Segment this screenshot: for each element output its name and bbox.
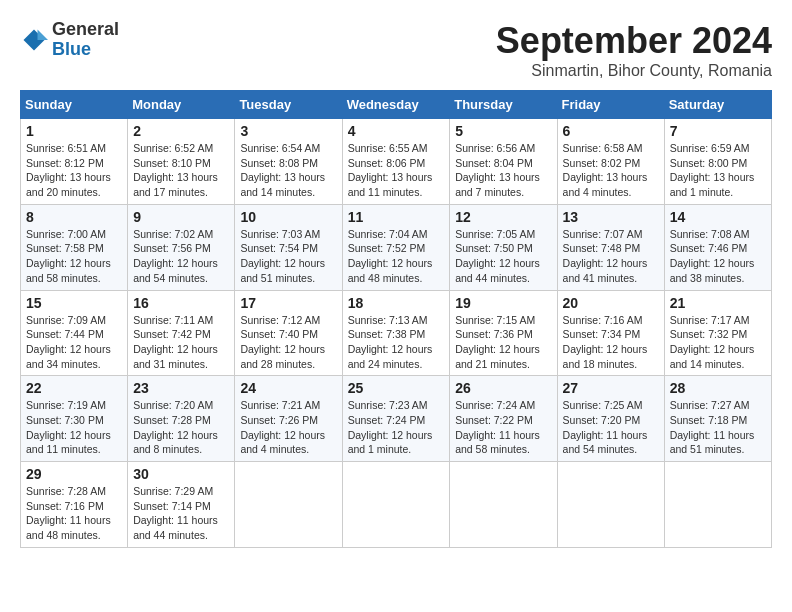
calendar-day-cell: 17Sunrise: 7:12 AMSunset: 7:40 PMDayligh… bbox=[235, 290, 342, 376]
day-number: 7 bbox=[670, 123, 766, 139]
day-number: 2 bbox=[133, 123, 229, 139]
day-info: Sunrise: 7:11 AMSunset: 7:42 PMDaylight:… bbox=[133, 313, 229, 372]
calendar-day-cell: 21Sunrise: 7:17 AMSunset: 7:32 PMDayligh… bbox=[664, 290, 771, 376]
day-number: 13 bbox=[563, 209, 659, 225]
day-number: 24 bbox=[240, 380, 336, 396]
calendar-weekday-header: Wednesday bbox=[342, 91, 450, 119]
day-number: 14 bbox=[670, 209, 766, 225]
calendar-day-cell: 16Sunrise: 7:11 AMSunset: 7:42 PMDayligh… bbox=[128, 290, 235, 376]
day-number: 27 bbox=[563, 380, 659, 396]
day-info: Sunrise: 6:56 AMSunset: 8:04 PMDaylight:… bbox=[455, 141, 551, 200]
calendar-day-cell: 12Sunrise: 7:05 AMSunset: 7:50 PMDayligh… bbox=[450, 204, 557, 290]
calendar-day-cell: 9Sunrise: 7:02 AMSunset: 7:56 PMDaylight… bbox=[128, 204, 235, 290]
day-info: Sunrise: 7:12 AMSunset: 7:40 PMDaylight:… bbox=[240, 313, 336, 372]
logo-blue-text: Blue bbox=[52, 39, 91, 59]
calendar-weekday-header: Sunday bbox=[21, 91, 128, 119]
day-info: Sunrise: 7:17 AMSunset: 7:32 PMDaylight:… bbox=[670, 313, 766, 372]
day-number: 18 bbox=[348, 295, 445, 311]
day-info: Sunrise: 7:20 AMSunset: 7:28 PMDaylight:… bbox=[133, 398, 229, 457]
day-info: Sunrise: 6:59 AMSunset: 8:00 PMDaylight:… bbox=[670, 141, 766, 200]
day-info: Sunrise: 7:21 AMSunset: 7:26 PMDaylight:… bbox=[240, 398, 336, 457]
calendar-body: 1Sunrise: 6:51 AMSunset: 8:12 PMDaylight… bbox=[21, 119, 772, 548]
day-number: 8 bbox=[26, 209, 122, 225]
day-number: 11 bbox=[348, 209, 445, 225]
day-info: Sunrise: 7:07 AMSunset: 7:48 PMDaylight:… bbox=[563, 227, 659, 286]
calendar-day-cell: 26Sunrise: 7:24 AMSunset: 7:22 PMDayligh… bbox=[450, 376, 557, 462]
day-number: 20 bbox=[563, 295, 659, 311]
calendar-day-cell: 28Sunrise: 7:27 AMSunset: 7:18 PMDayligh… bbox=[664, 376, 771, 462]
calendar-day-cell: 29Sunrise: 7:28 AMSunset: 7:16 PMDayligh… bbox=[21, 462, 128, 548]
calendar-day-cell: 5Sunrise: 6:56 AMSunset: 8:04 PMDaylight… bbox=[450, 119, 557, 205]
day-number: 12 bbox=[455, 209, 551, 225]
day-number: 28 bbox=[670, 380, 766, 396]
day-number: 5 bbox=[455, 123, 551, 139]
calendar-week-row: 22Sunrise: 7:19 AMSunset: 7:30 PMDayligh… bbox=[21, 376, 772, 462]
calendar-day-cell: 19Sunrise: 7:15 AMSunset: 7:36 PMDayligh… bbox=[450, 290, 557, 376]
day-number: 9 bbox=[133, 209, 229, 225]
day-info: Sunrise: 7:09 AMSunset: 7:44 PMDaylight:… bbox=[26, 313, 122, 372]
calendar-weekday-header: Monday bbox=[128, 91, 235, 119]
calendar-week-row: 1Sunrise: 6:51 AMSunset: 8:12 PMDaylight… bbox=[21, 119, 772, 205]
day-number: 10 bbox=[240, 209, 336, 225]
calendar-day-cell: 15Sunrise: 7:09 AMSunset: 7:44 PMDayligh… bbox=[21, 290, 128, 376]
calendar-day-cell: 3Sunrise: 6:54 AMSunset: 8:08 PMDaylight… bbox=[235, 119, 342, 205]
calendar-day-cell: 2Sunrise: 6:52 AMSunset: 8:10 PMDaylight… bbox=[128, 119, 235, 205]
calendar-day-cell: 25Sunrise: 7:23 AMSunset: 7:24 PMDayligh… bbox=[342, 376, 450, 462]
title-block: September 2024 Sinmartin, Bihor County, … bbox=[496, 20, 772, 80]
day-info: Sunrise: 7:00 AMSunset: 7:58 PMDaylight:… bbox=[26, 227, 122, 286]
calendar-day-cell: 13Sunrise: 7:07 AMSunset: 7:48 PMDayligh… bbox=[557, 204, 664, 290]
day-info: Sunrise: 6:54 AMSunset: 8:08 PMDaylight:… bbox=[240, 141, 336, 200]
day-info: Sunrise: 7:28 AMSunset: 7:16 PMDaylight:… bbox=[26, 484, 122, 543]
svg-marker-1 bbox=[38, 29, 49, 40]
logo-text: General Blue bbox=[52, 20, 119, 60]
day-info: Sunrise: 7:04 AMSunset: 7:52 PMDaylight:… bbox=[348, 227, 445, 286]
calendar-day-cell bbox=[557, 462, 664, 548]
calendar-day-cell bbox=[450, 462, 557, 548]
day-number: 21 bbox=[670, 295, 766, 311]
logo: General Blue bbox=[20, 20, 119, 60]
day-number: 30 bbox=[133, 466, 229, 482]
calendar-day-cell: 6Sunrise: 6:58 AMSunset: 8:02 PMDaylight… bbox=[557, 119, 664, 205]
day-info: Sunrise: 7:08 AMSunset: 7:46 PMDaylight:… bbox=[670, 227, 766, 286]
day-info: Sunrise: 7:27 AMSunset: 7:18 PMDaylight:… bbox=[670, 398, 766, 457]
calendar-day-cell: 24Sunrise: 7:21 AMSunset: 7:26 PMDayligh… bbox=[235, 376, 342, 462]
calendar-day-cell: 7Sunrise: 6:59 AMSunset: 8:00 PMDaylight… bbox=[664, 119, 771, 205]
day-info: Sunrise: 7:03 AMSunset: 7:54 PMDaylight:… bbox=[240, 227, 336, 286]
day-info: Sunrise: 6:58 AMSunset: 8:02 PMDaylight:… bbox=[563, 141, 659, 200]
day-info: Sunrise: 7:29 AMSunset: 7:14 PMDaylight:… bbox=[133, 484, 229, 543]
calendar-weekday-header: Saturday bbox=[664, 91, 771, 119]
calendar-week-row: 8Sunrise: 7:00 AMSunset: 7:58 PMDaylight… bbox=[21, 204, 772, 290]
calendar-week-row: 15Sunrise: 7:09 AMSunset: 7:44 PMDayligh… bbox=[21, 290, 772, 376]
calendar-day-cell: 20Sunrise: 7:16 AMSunset: 7:34 PMDayligh… bbox=[557, 290, 664, 376]
day-info: Sunrise: 7:23 AMSunset: 7:24 PMDaylight:… bbox=[348, 398, 445, 457]
day-number: 15 bbox=[26, 295, 122, 311]
calendar-weekday-header: Thursday bbox=[450, 91, 557, 119]
calendar-day-cell: 4Sunrise: 6:55 AMSunset: 8:06 PMDaylight… bbox=[342, 119, 450, 205]
calendar-day-cell: 11Sunrise: 7:04 AMSunset: 7:52 PMDayligh… bbox=[342, 204, 450, 290]
calendar-weekday-header: Friday bbox=[557, 91, 664, 119]
day-info: Sunrise: 7:25 AMSunset: 7:20 PMDaylight:… bbox=[563, 398, 659, 457]
calendar-day-cell: 10Sunrise: 7:03 AMSunset: 7:54 PMDayligh… bbox=[235, 204, 342, 290]
calendar-day-cell: 22Sunrise: 7:19 AMSunset: 7:30 PMDayligh… bbox=[21, 376, 128, 462]
logo-general-text: General bbox=[52, 19, 119, 39]
day-info: Sunrise: 6:51 AMSunset: 8:12 PMDaylight:… bbox=[26, 141, 122, 200]
page-header: General Blue September 2024 Sinmartin, B… bbox=[20, 20, 772, 80]
calendar-weekday-header: Tuesday bbox=[235, 91, 342, 119]
day-number: 4 bbox=[348, 123, 445, 139]
calendar-header-row: SundayMondayTuesdayWednesdayThursdayFrid… bbox=[21, 91, 772, 119]
location-subtitle: Sinmartin, Bihor County, Romania bbox=[496, 62, 772, 80]
calendar-day-cell bbox=[235, 462, 342, 548]
day-info: Sunrise: 7:05 AMSunset: 7:50 PMDaylight:… bbox=[455, 227, 551, 286]
day-info: Sunrise: 6:52 AMSunset: 8:10 PMDaylight:… bbox=[133, 141, 229, 200]
month-title: September 2024 bbox=[496, 20, 772, 62]
calendar-day-cell bbox=[664, 462, 771, 548]
calendar-day-cell: 23Sunrise: 7:20 AMSunset: 7:28 PMDayligh… bbox=[128, 376, 235, 462]
day-number: 23 bbox=[133, 380, 229, 396]
day-info: Sunrise: 7:15 AMSunset: 7:36 PMDaylight:… bbox=[455, 313, 551, 372]
day-number: 25 bbox=[348, 380, 445, 396]
day-info: Sunrise: 7:19 AMSunset: 7:30 PMDaylight:… bbox=[26, 398, 122, 457]
calendar-day-cell: 30Sunrise: 7:29 AMSunset: 7:14 PMDayligh… bbox=[128, 462, 235, 548]
calendar-table: SundayMondayTuesdayWednesdayThursdayFrid… bbox=[20, 90, 772, 548]
day-number: 22 bbox=[26, 380, 122, 396]
calendar-day-cell: 1Sunrise: 6:51 AMSunset: 8:12 PMDaylight… bbox=[21, 119, 128, 205]
